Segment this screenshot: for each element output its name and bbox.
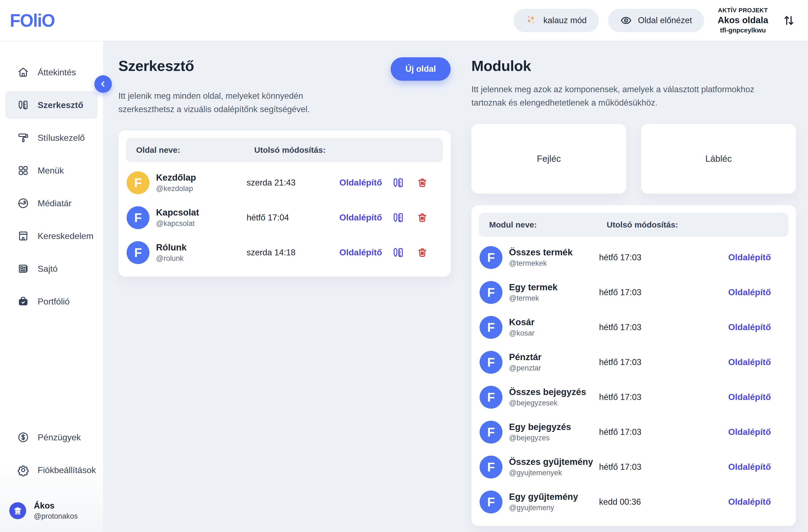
module-handle: @termek <box>509 294 557 302</box>
sidebar-item-label: Pénzügyek <box>38 433 81 442</box>
swap-vertical-icon <box>782 13 796 27</box>
module-builder-link[interactable]: Oldalépítő <box>715 287 780 297</box>
active-project-label: AKTÍV PROJEKT <box>718 7 768 14</box>
project-name: Akos oldala <box>718 15 768 25</box>
delete-page-button[interactable] <box>411 177 433 189</box>
sidebar-item-label: Áttekintés <box>38 67 76 77</box>
sidebar-item-mediatar[interactable]: Médiatár <box>5 189 98 217</box>
sidebar-footer-nav: Pénzügyek Fiókbeállítások <box>5 423 98 489</box>
delete-page-button[interactable] <box>411 212 433 224</box>
delete-page-button[interactable] <box>411 246 433 259</box>
module-row-gyujtemenyek: F Összes gyűjtemény @gyujtemenyek hétfő … <box>479 450 788 484</box>
user-identity: Ákos @protonakos <box>34 501 78 520</box>
module-avatar: F <box>480 491 502 513</box>
user-profile[interactable]: Ákos @protonakos <box>5 501 98 520</box>
module-names: Egy termek @termek <box>509 282 557 302</box>
sparkles-icon <box>526 15 537 26</box>
module-builder-link[interactable]: Oldalépítő <box>715 497 780 507</box>
page-names: Rólunk @rolunk <box>156 242 187 263</box>
page-identity: F Kapcsolat @kapcsolat <box>127 206 246 229</box>
sidebar-item-fiokbeallitasok[interactable]: Fiókbeállítások <box>5 456 98 484</box>
module-row-termekek: F Összes termék @termekek hétfő 17:03 Ol… <box>479 240 788 275</box>
pages-table-header: Oldal neve: Utolsó módosítás: <box>126 138 443 162</box>
page-last-modified: hétfő 17:04 <box>246 213 339 223</box>
edit-page-button[interactable] <box>385 176 411 189</box>
module-card-fejlec[interactable]: Fejléc <box>471 124 626 194</box>
module-builder-link[interactable]: Oldalépítő <box>715 322 780 332</box>
topbar: FOliO kalauz mód <box>0 0 808 41</box>
pages-table-card: Oldal neve: Utolsó módosítás: F Kezdőlap <box>118 130 451 277</box>
module-names: Összes bejegyzés @bejegyzesek <box>509 387 586 407</box>
page-names: Kapcsolat @kapcsolat <box>156 207 199 228</box>
module-row-penztar: F Pénztár @penztar hétfő 17:03 Oldalépít… <box>479 345 788 380</box>
module-builder-link[interactable]: Oldalépítő <box>715 357 780 367</box>
sidebar-item-portfolio[interactable]: Portfólió <box>5 288 98 315</box>
modules-table-body: F Összes termék @termekek hétfő 17:03 Ol… <box>479 237 788 519</box>
page-builder-link[interactable]: Oldalépítő <box>339 178 385 188</box>
modules-section: Modulok Itt jelennek meg azok az kompone… <box>471 57 796 532</box>
page-identity: F Rólunk @rolunk <box>127 241 246 264</box>
module-builder-link[interactable]: Oldalépítő <box>715 462 780 472</box>
edit-page-button[interactable] <box>385 211 411 224</box>
module-identity: F Összes gyűjtemény @gyujtemenyek <box>480 456 599 478</box>
pen-ruler-icon <box>392 211 405 224</box>
switch-project-button[interactable] <box>782 13 796 27</box>
page-name: Kezdőlap <box>156 172 196 183</box>
module-last-modified: hétfő 17:03 <box>599 323 715 332</box>
module-name: Egy gyűjtemény <box>509 492 578 502</box>
module-row-bejegyzes: F Egy bejegyzés @bejegyzes hétfő 17:03 O… <box>479 415 788 450</box>
module-name: Összes termék <box>509 247 573 258</box>
trash-icon <box>416 212 428 224</box>
module-builder-link[interactable]: Oldalépítő <box>715 252 780 262</box>
module-name: Kosár <box>509 317 535 327</box>
sidebar-item-attekintes[interactable]: Áttekintés <box>5 58 98 86</box>
page-avatar: F <box>127 241 149 264</box>
sidebar-item-penzugyek[interactable]: Pénzügyek <box>5 423 98 451</box>
pen-ruler-icon <box>392 246 405 259</box>
active-project-block: AKTÍV PROJEKT Akos oldala tfl-gnpceylkwu <box>713 7 773 34</box>
modules-header: Modulok <box>471 57 796 74</box>
pen-ruler-icon <box>392 176 405 189</box>
home-icon <box>17 66 30 78</box>
module-last-modified: kedd 00:36 <box>599 497 715 507</box>
module-builder-link[interactable]: Oldalépítő <box>715 427 780 437</box>
editor-header: Szerkesztő Új oldal <box>118 57 451 81</box>
sidebar-item-szerkeszto[interactable]: Szerkesztő <box>5 91 98 119</box>
sidebar: Áttekintés Szerkesztő Stíluskezelő <box>0 41 103 532</box>
module-handle: @penztar <box>509 364 541 372</box>
page-preview-button[interactable]: Oldal előnézet <box>608 9 704 32</box>
page-identity: F Kezdőlap @kezdolap <box>127 171 246 194</box>
module-avatar: F <box>480 351 502 374</box>
module-identity: F Összes bejegyzés @bejegyzesek <box>480 386 599 409</box>
new-page-button[interactable]: Új oldal <box>391 57 451 81</box>
module-card-label: Lábléc <box>705 153 732 164</box>
edit-page-button[interactable] <box>385 246 411 259</box>
page-builder-link[interactable]: Oldalépítő <box>339 213 385 223</box>
module-identity: F Egy bejegyzés @bejegyzes <box>480 421 599 444</box>
module-card-lablec[interactable]: Lábléc <box>641 124 796 194</box>
page-builder-link[interactable]: Oldalépítő <box>339 247 385 258</box>
sidebar-item-kereskedelem[interactable]: Kereskedelem <box>5 222 98 250</box>
module-handle: @termekek <box>509 259 573 268</box>
module-avatar: F <box>480 456 502 478</box>
module-last-modified: hétfő 17:03 <box>599 462 715 472</box>
sidebar-item-menuk[interactable]: Menük <box>5 157 98 184</box>
page-last-modified: szerda 21:43 <box>246 178 339 188</box>
module-avatar: F <box>480 421 502 444</box>
module-names: Egy bejegyzés @bejegyzes <box>509 422 571 442</box>
media-icon <box>17 197 30 209</box>
module-identity: F Kosár @kosar <box>480 316 599 339</box>
kalauz-mode-label: kalauz mód <box>544 16 587 25</box>
module-builder-link[interactable]: Oldalépítő <box>715 392 780 402</box>
module-name: Összes bejegyzés <box>509 387 586 397</box>
sidebar-spacer <box>5 320 98 423</box>
module-handle: @bejegyzesek <box>509 399 586 407</box>
sidebar-item-sajto[interactable]: Sajtó <box>5 255 98 283</box>
chevron-left-icon <box>98 79 108 89</box>
sidebar-item-stiluskezelo[interactable]: Stíluskezelő <box>5 124 98 152</box>
sidebar-collapse-button[interactable] <box>94 75 112 93</box>
kalauz-mode-button[interactable]: kalauz mód <box>513 9 599 32</box>
editor-icon <box>17 99 30 111</box>
project-id: tfl-gnpceylkwu <box>718 26 768 34</box>
column-last-modified: Utolsó módosítás: <box>607 220 788 230</box>
